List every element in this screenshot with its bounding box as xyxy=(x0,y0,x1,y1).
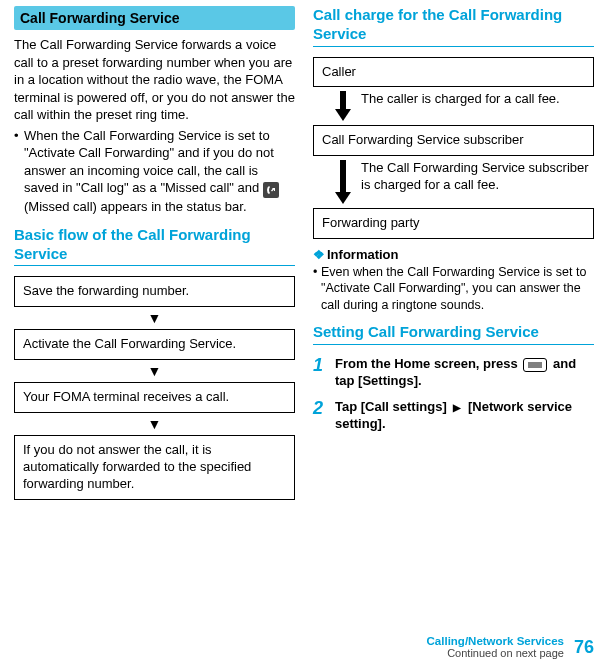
down-arrow-icon xyxy=(331,160,355,204)
charge-text: The caller is charged for a call fee. xyxy=(355,91,594,108)
call-charge-heading: Call charge for the Call Forwarding Serv… xyxy=(313,6,594,46)
step-body: Tap [Call settings] ▶ [Network service s… xyxy=(335,398,594,433)
basic-flow-heading: Basic flow of the Call Forwarding Servic… xyxy=(14,226,295,266)
charge-box-forwarding: Forwarding party xyxy=(313,208,594,239)
intro-text: The Call Forwarding Service forwards a v… xyxy=(14,36,295,124)
footer-continued: Continued on next page xyxy=(427,647,564,659)
step-1: 1 From the Home screen, press and tap [S… xyxy=(313,355,594,390)
info-bullet-text: Even when the Call Forwarding Service is… xyxy=(321,264,594,313)
flow-step: Your FOMA terminal receives a call. xyxy=(14,382,295,413)
flow-step: Save the forwarding number. xyxy=(14,276,295,307)
bullet-dot: • xyxy=(313,264,321,313)
step-2: 2 Tap [Call settings] ▶ [Network service… xyxy=(313,398,594,433)
footer-page-number: 76 xyxy=(574,637,594,658)
intro-bullet: • When the Call Forwarding Service is se… xyxy=(14,127,295,216)
charge-box-subscriber: Call Forwarding Service subscriber xyxy=(313,125,594,156)
setting-heading: Setting Call Forwarding Service xyxy=(313,323,594,344)
flow-step: If you do not answer the call, it is aut… xyxy=(14,435,295,500)
flow-step: Activate the Call Forwarding Service. xyxy=(14,329,295,360)
page-footer: Calling/Network Services Continued on ne… xyxy=(427,635,594,659)
bullet-post: (Missed call) appears in the status bar. xyxy=(24,199,247,214)
svg-marker-1 xyxy=(335,109,351,121)
step-number: 2 xyxy=(313,398,335,433)
information-heading: ❖Information xyxy=(313,247,594,262)
missed-call-icon xyxy=(263,182,279,198)
svg-rect-2 xyxy=(340,160,346,192)
svg-rect-0 xyxy=(340,91,346,109)
intro-paragraph: The Call Forwarding Service forwards a v… xyxy=(14,36,295,124)
bullet-content: When the Call Forwarding Service is set … xyxy=(24,127,295,216)
charge-row: The Call Forwarding Service subscriber i… xyxy=(313,156,594,208)
flow-arrow-icon: ▼ xyxy=(14,364,295,378)
info-bullet: • Even when the Call Forwarding Service … xyxy=(313,264,594,313)
bullet-dot: • xyxy=(14,127,24,216)
flow-arrow-icon: ▼ xyxy=(14,311,295,325)
step-body: From the Home screen, press and tap [Set… xyxy=(335,355,594,390)
bullet-pre: When the Call Forwarding Service is set … xyxy=(24,128,274,196)
step-number: 1 xyxy=(313,355,335,390)
svg-marker-3 xyxy=(335,192,351,204)
charge-box-caller: Caller xyxy=(313,57,594,88)
section-banner: Call Forwarding Service xyxy=(14,6,295,30)
information-label: Information xyxy=(327,247,399,262)
down-arrow-icon xyxy=(331,91,355,121)
step-text-pre: Tap [Call settings] xyxy=(335,399,450,414)
flow-arrow-icon: ▼ xyxy=(14,417,295,431)
step-text-pre: From the Home screen, press xyxy=(335,356,521,371)
triangle-icon: ▶ xyxy=(453,402,461,413)
clover-icon: ❖ xyxy=(313,247,325,262)
menu-key-icon xyxy=(523,358,547,372)
charge-row: The caller is charged for a call fee. xyxy=(313,87,594,125)
footer-service: Calling/Network Services xyxy=(427,635,564,647)
charge-text: The Call Forwarding Service subscriber i… xyxy=(355,160,594,194)
